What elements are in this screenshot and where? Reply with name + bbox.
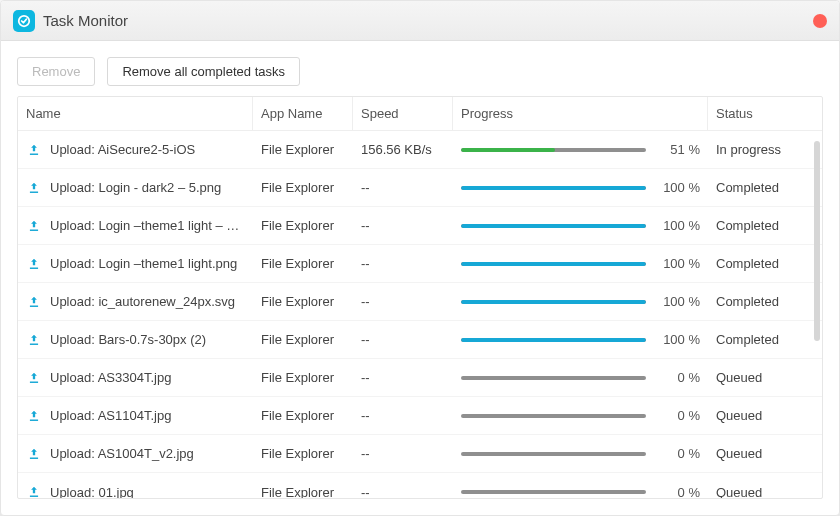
col-header-name[interactable]: Name — [18, 97, 253, 130]
progress-bar — [461, 262, 646, 266]
task-name: Upload: AS3304T.jpg — [50, 370, 245, 385]
task-status: Completed — [708, 180, 803, 195]
svg-rect-7 — [30, 381, 38, 382]
svg-rect-8 — [30, 419, 38, 420]
table-row[interactable]: Upload: ic_autorenew_24px.svgFile Explor… — [18, 283, 822, 321]
svg-rect-5 — [30, 305, 38, 306]
task-speed: -- — [353, 256, 453, 271]
task-speed: -- — [353, 408, 453, 423]
progress-bar — [461, 148, 646, 152]
task-app: File Explorer — [253, 180, 353, 195]
table-row[interactable]: Upload: AS1104T.jpgFile Explorer--0 %Que… — [18, 397, 822, 435]
svg-rect-3 — [30, 229, 38, 230]
table-row[interactable]: Upload: Login –theme1 light.pngFile Expl… — [18, 245, 822, 283]
task-monitor-window: Task Monitor Remove Remove all completed… — [0, 0, 840, 516]
task-app: File Explorer — [253, 142, 353, 157]
upload-icon — [26, 332, 42, 348]
table-row[interactable]: Upload: AS3304T.jpgFile Explorer--0 %Que… — [18, 359, 822, 397]
task-progress: 0 % — [453, 370, 708, 385]
toolbar: Remove Remove all completed tasks — [1, 41, 839, 96]
task-name: Upload: AS1004T_v2.jpg — [50, 446, 245, 461]
task-progress: 100 % — [453, 256, 708, 271]
task-percent: 0 % — [656, 485, 700, 499]
task-status: Completed — [708, 218, 803, 233]
task-status: Queued — [708, 370, 803, 385]
task-speed: -- — [353, 485, 453, 499]
task-progress: 100 % — [453, 332, 708, 347]
task-app: File Explorer — [253, 408, 353, 423]
table-row[interactable]: Upload: Login - dark2 – 5.pngFile Explor… — [18, 169, 822, 207]
col-header-status[interactable]: Status — [708, 97, 803, 130]
task-app: File Explorer — [253, 256, 353, 271]
task-speed: -- — [353, 370, 453, 385]
task-progress: 0 % — [453, 485, 708, 499]
task-name: Upload: AiSecure2-5-iOS — [50, 142, 245, 157]
svg-rect-10 — [30, 496, 38, 497]
task-status: Completed — [708, 256, 803, 271]
task-app: File Explorer — [253, 485, 353, 499]
progress-bar — [461, 414, 646, 418]
task-app: File Explorer — [253, 218, 353, 233]
col-header-progress[interactable]: Progress — [453, 97, 708, 130]
task-status: Completed — [708, 294, 803, 309]
task-speed: -- — [353, 180, 453, 195]
table-row[interactable]: Upload: AS1004T_v2.jpgFile Explorer--0 %… — [18, 435, 822, 473]
task-percent: 100 % — [656, 294, 700, 309]
table-row[interactable]: Upload: AiSecure2-5-iOSFile Explorer156.… — [18, 131, 822, 169]
task-progress: 100 % — [453, 294, 708, 309]
col-header-app[interactable]: App Name — [253, 97, 353, 130]
app-icon — [13, 10, 35, 32]
table-row[interactable]: Upload: Bars-0.7s-30px (2)File Explorer-… — [18, 321, 822, 359]
task-progress: 0 % — [453, 446, 708, 461]
task-status: Queued — [708, 446, 803, 461]
table-row[interactable]: Upload: 01.jpgFile Explorer--0 %Queued — [18, 473, 822, 498]
task-percent: 51 % — [656, 142, 700, 157]
upload-icon — [26, 408, 42, 424]
task-percent: 100 % — [656, 256, 700, 271]
svg-rect-6 — [30, 343, 38, 344]
task-name: Upload: Login –theme1 light – 1.... — [50, 218, 245, 233]
task-speed: -- — [353, 446, 453, 461]
col-header-speed[interactable]: Speed — [353, 97, 453, 130]
task-name: Upload: AS1104T.jpg — [50, 408, 245, 423]
task-speed: -- — [353, 218, 453, 233]
svg-rect-1 — [30, 153, 38, 154]
upload-icon — [26, 294, 42, 310]
task-percent: 0 % — [656, 370, 700, 385]
close-button[interactable] — [813, 14, 827, 28]
task-speed: -- — [353, 294, 453, 309]
task-name: Upload: ic_autorenew_24px.svg — [50, 294, 245, 309]
progress-bar — [461, 490, 646, 494]
progress-bar — [461, 376, 646, 380]
table-body: Upload: AiSecure2-5-iOSFile Explorer156.… — [18, 131, 822, 498]
svg-rect-4 — [30, 267, 38, 268]
task-percent: 100 % — [656, 218, 700, 233]
remove-all-completed-button[interactable]: Remove all completed tasks — [107, 57, 300, 86]
task-app: File Explorer — [253, 294, 353, 309]
table-header: Name App Name Speed Progress Status — [18, 97, 822, 131]
task-percent: 0 % — [656, 446, 700, 461]
task-status: Queued — [708, 408, 803, 423]
upload-icon — [26, 256, 42, 272]
task-name: Upload: 01.jpg — [50, 485, 245, 499]
titlebar: Task Monitor — [1, 1, 839, 41]
task-status: Completed — [708, 332, 803, 347]
upload-icon — [26, 218, 42, 234]
progress-bar — [461, 300, 646, 304]
scrollbar-thumb[interactable] — [814, 141, 820, 341]
upload-icon — [26, 180, 42, 196]
task-name: Upload: Login - dark2 – 5.png — [50, 180, 245, 195]
task-percent: 0 % — [656, 408, 700, 423]
progress-bar — [461, 338, 646, 342]
task-progress: 51 % — [453, 142, 708, 157]
task-progress: 100 % — [453, 180, 708, 195]
remove-button[interactable]: Remove — [17, 57, 95, 86]
upload-icon — [26, 446, 42, 462]
task-speed: -- — [353, 332, 453, 347]
table-row[interactable]: Upload: Login –theme1 light – 1....File … — [18, 207, 822, 245]
task-app: File Explorer — [253, 446, 353, 461]
task-status: Queued — [708, 485, 803, 499]
progress-bar — [461, 452, 646, 456]
task-app: File Explorer — [253, 332, 353, 347]
task-table: Name App Name Speed Progress Status Uplo… — [17, 96, 823, 499]
